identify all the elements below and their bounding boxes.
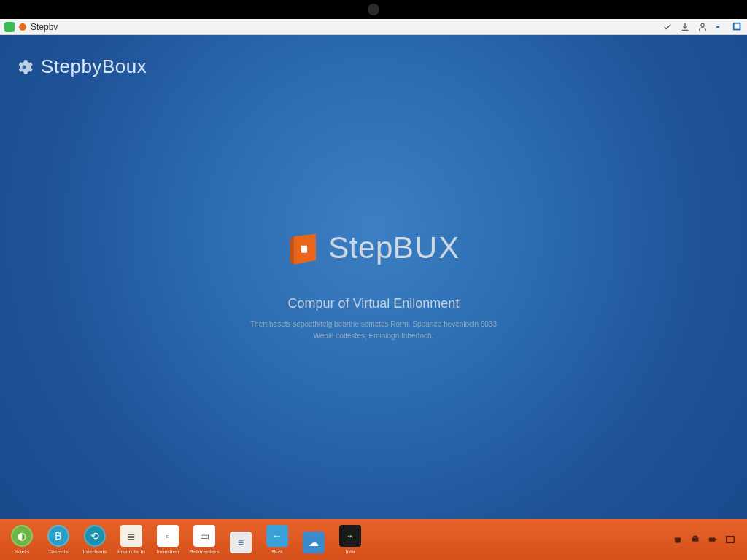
desktop-background: StepbyBoux StepBUX Compur of Virtual Eni… bbox=[0, 35, 747, 519]
desc-line-1: Thert hesets sepoethiteig beorthe somete… bbox=[250, 319, 497, 330]
check-icon[interactable] bbox=[662, 22, 673, 32]
launcher-label: Bret bbox=[272, 548, 283, 555]
taskbar: ◐XoetsBTosents⟲Intertants≣Imatruts In▫In… bbox=[0, 519, 747, 560]
launcher-label: Bebtrenters bbox=[189, 548, 219, 555]
launcher-label: Intertants bbox=[82, 548, 107, 555]
user-icon[interactable] bbox=[697, 22, 708, 32]
launcher-label: Inta bbox=[345, 548, 355, 555]
launcher-label: Xoets bbox=[15, 548, 29, 555]
taskbar-item-3[interactable]: ≣Imatruts In bbox=[115, 525, 147, 555]
launcher-icon: ⌁ bbox=[339, 525, 361, 547]
svg-rect-1 bbox=[716, 26, 719, 28]
svg-rect-6 bbox=[709, 537, 716, 541]
tray-battery-icon[interactable] bbox=[708, 534, 718, 545]
launcher-icon: B bbox=[47, 525, 69, 547]
app-header: StepbyBoux bbox=[15, 55, 147, 78]
app-title-text: StepbyBoux bbox=[41, 55, 147, 78]
svg-rect-7 bbox=[716, 539, 717, 540]
camera-dot bbox=[368, 4, 379, 15]
launcher-label: Tosents bbox=[48, 548, 69, 555]
launcher-icon: ← bbox=[266, 525, 288, 547]
window-frame-top bbox=[0, 0, 747, 19]
taskbar-item-9[interactable]: ⌁Inta bbox=[334, 525, 366, 555]
taskbar-item-0[interactable]: ◐Xoets bbox=[6, 525, 38, 555]
launcher-label: Inneriten bbox=[156, 548, 179, 555]
svg-rect-5 bbox=[693, 536, 697, 538]
maximize-icon[interactable] bbox=[732, 22, 743, 32]
launcher-icon: ☁ bbox=[303, 532, 325, 553]
brand-part-2: BU bbox=[393, 230, 438, 265]
brand-row: StepBUX bbox=[250, 230, 497, 265]
tray-bucket-icon[interactable] bbox=[673, 534, 683, 545]
launcher-icon: ≣ bbox=[120, 525, 142, 547]
taskbar-item-5[interactable]: ▭Bebtrenters bbox=[188, 525, 220, 555]
launcher-icon: ≡ bbox=[230, 532, 252, 553]
taskbar-item-1[interactable]: BTosents bbox=[42, 525, 74, 555]
brand-part-1: Step bbox=[328, 230, 392, 265]
svg-rect-4 bbox=[692, 537, 699, 541]
splash-content: StepBUX Compur of Virtual Enilonment The… bbox=[250, 230, 497, 342]
splash-subtitle: Compur of Virtual Enilonment bbox=[250, 296, 497, 311]
system-tray bbox=[673, 534, 741, 545]
taskbar-item-8[interactable]: ☁ bbox=[298, 532, 330, 555]
launcher-icon: ⟲ bbox=[84, 525, 106, 547]
taskbar-item-2[interactable]: ⟲Intertants bbox=[79, 525, 111, 555]
orange-dot-icon bbox=[19, 23, 26, 31]
tab-title: Stepbv bbox=[31, 22, 58, 32]
launcher-icon: ◐ bbox=[11, 525, 33, 547]
tray-printer-icon[interactable] bbox=[690, 534, 700, 545]
taskbar-item-6[interactable]: ≡ bbox=[225, 532, 257, 555]
brand-part-3: X bbox=[438, 230, 460, 265]
splash-desc: Thert hesets sepoethiteig beorthe somete… bbox=[250, 319, 497, 342]
taskbar-item-4[interactable]: ▫Inneriten bbox=[152, 525, 184, 555]
desc-line-2: Wenie coltestes, Eminiogn Inbertach. bbox=[250, 330, 497, 342]
launcher-icon: ▭ bbox=[193, 525, 215, 547]
browser-tab[interactable]: Stepbv bbox=[4, 22, 58, 32]
svg-rect-8 bbox=[727, 537, 735, 543]
svg-point-3 bbox=[22, 65, 26, 69]
download-icon[interactable] bbox=[680, 22, 690, 32]
svg-point-0 bbox=[701, 23, 704, 26]
minimize-icon[interactable] bbox=[715, 22, 725, 32]
gear-icon bbox=[15, 58, 34, 77]
taskbar-item-7[interactable]: ←Bret bbox=[261, 525, 293, 555]
tab-favicon bbox=[4, 22, 15, 32]
browser-tabbar: Stepbv bbox=[0, 19, 747, 35]
tray-menu-icon[interactable] bbox=[725, 534, 735, 545]
brand-name: StepBUX bbox=[328, 230, 459, 265]
brand-logo bbox=[287, 234, 318, 265]
svg-rect-2 bbox=[734, 23, 740, 29]
launcher-label: Imatruts In bbox=[117, 548, 145, 555]
launcher-icon: ▫ bbox=[157, 525, 179, 547]
